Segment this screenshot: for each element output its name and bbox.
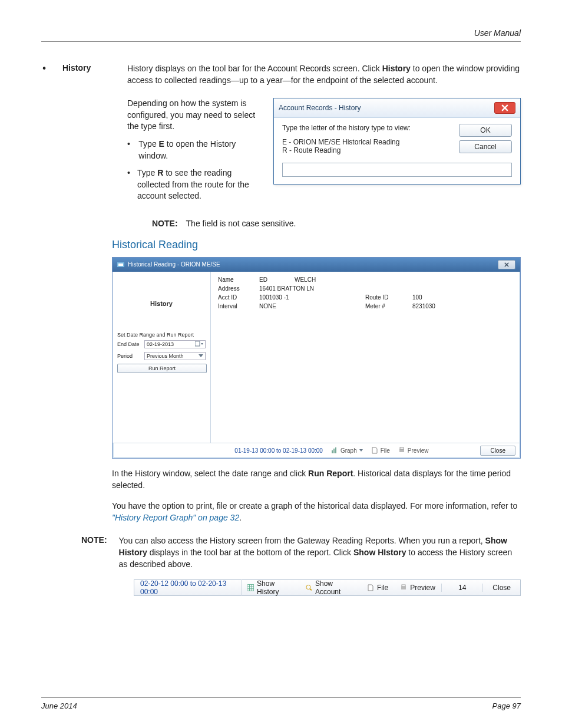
acct-id-label: Acct ID [218, 294, 259, 301]
svg-rect-2 [195, 341, 200, 346]
end-date-input[interactable]: 02-19-2013 [144, 340, 206, 348]
interval-value: NONE [259, 303, 365, 309]
end-date-label: End Date [117, 341, 141, 347]
list-item: • Type E to open the History window. [127, 139, 257, 162]
page-header: User Manual [41, 28, 521, 42]
svg-rect-11 [402, 585, 405, 587]
graph-icon [331, 447, 338, 454]
address-value: 16401 BRATTON LN [259, 285, 365, 292]
file-icon [371, 447, 378, 454]
dialog-history-type: Account Records - History Type the lette… [273, 98, 521, 185]
name-label: Name [218, 276, 259, 283]
run-report-button[interactable]: Run Report [117, 364, 207, 373]
date-range-label: 02-20-12 00:00 to 02-20-13 00:00 [134, 579, 242, 596]
meter-label: Meter # [365, 303, 412, 309]
depends-paragraph: Depending on how the system is configure… [127, 98, 257, 133]
svg-point-9 [306, 585, 310, 589]
preview-button[interactable]: Preview [398, 447, 429, 454]
close-icon [501, 104, 508, 111]
list-item: • Type R to see the reading collected fr… [127, 167, 257, 202]
footer-page: Page 97 [492, 701, 521, 710]
paragraph: In the History window, select the date r… [112, 468, 521, 491]
chevron-down-icon [359, 449, 363, 452]
svg-rect-4 [333, 449, 335, 453]
graph-button[interactable]: Graph [331, 447, 363, 454]
note-text: The field is not case sensitive. [186, 219, 296, 228]
dialog-prompt: Type the letter of the history type to v… [282, 124, 445, 132]
svg-rect-8 [247, 585, 254, 591]
grid-icon [247, 584, 254, 591]
link-history-report-graph[interactable]: "History Report Graph" on page 32 [112, 513, 239, 522]
paragraph: You have the option to print, file or cr… [112, 500, 521, 523]
bullet-icon: • [127, 139, 131, 162]
footer-date: June 2014 [41, 701, 77, 710]
dialog-title: Account Records - History [279, 104, 361, 112]
bullet-icon: • [127, 167, 130, 202]
type-input[interactable] [282, 163, 512, 177]
sidebar-title: History [117, 300, 206, 307]
period-label: Period [117, 353, 141, 359]
file-button[interactable]: File [371, 447, 390, 454]
close-icon [504, 262, 509, 267]
close-button[interactable]: Close [480, 446, 515, 456]
dialog-historical-reading: Historical Reading - ORION ME/SE History… [112, 257, 521, 459]
magnifier-icon [306, 584, 312, 591]
route-id-label: Route ID [365, 294, 412, 301]
app-icon [117, 261, 124, 268]
note-paragraph: You can also access the History screen f… [119, 535, 521, 570]
bullet-icon: • [41, 63, 47, 86]
svg-rect-10 [401, 587, 406, 589]
address-label: Address [218, 285, 259, 292]
close-button[interactable]: Close [483, 584, 520, 592]
name-value-1: ED [259, 276, 295, 283]
date-range-label: 01-19-13 00:00 to 02-19-13 00:00 [234, 447, 323, 454]
interval-label: Interval [218, 303, 259, 309]
preview-button[interactable]: Preview [394, 584, 441, 592]
section-topic: History [62, 63, 112, 86]
report-toolbar: 02-20-12 00:00 to 02-20-13 00:00 Show Hi… [134, 579, 521, 596]
period-select[interactable]: Previous Month [144, 352, 206, 360]
note-label: NOTE: [127, 219, 178, 228]
dialog-title: Historical Reading - ORION ME/SE [128, 261, 220, 268]
dialog-option-e: E - ORION ME/SE Historical Reading [282, 138, 445, 146]
cancel-button[interactable]: Cancel [459, 140, 512, 153]
name-value-2: WELCH [295, 276, 365, 283]
record-count: 14 [441, 584, 483, 592]
file-button[interactable]: File [361, 584, 394, 592]
show-history-button[interactable]: Show History [242, 579, 300, 596]
close-button[interactable] [494, 102, 515, 114]
svg-rect-5 [335, 447, 336, 453]
sidebar-section-label: Set Date Range and Run Report [117, 332, 206, 338]
show-account-button[interactable]: Show Account [300, 579, 361, 596]
ok-button[interactable]: OK [459, 124, 512, 137]
dialog-option-r: R - Route Reading [282, 146, 445, 154]
printer-icon [400, 584, 407, 591]
file-icon [367, 584, 374, 591]
close-button[interactable] [498, 260, 515, 269]
section-heading-historical-reading: Historical Reading [112, 239, 521, 251]
svg-rect-7 [400, 447, 404, 449]
chevron-down-icon [199, 354, 203, 358]
svg-rect-3 [332, 450, 333, 453]
intro-paragraph: History displays on the tool bar for the… [127, 63, 521, 86]
acct-id-value: 1001030 -1 [259, 294, 365, 301]
route-id-value: 100 [412, 294, 454, 301]
printer-icon [398, 447, 405, 454]
svg-rect-1 [118, 263, 123, 266]
svg-rect-6 [399, 449, 404, 452]
note-label: NOTE: [81, 535, 107, 570]
meter-value: 8231030 [412, 303, 454, 309]
calendar-dropdown-icon [195, 341, 203, 347]
